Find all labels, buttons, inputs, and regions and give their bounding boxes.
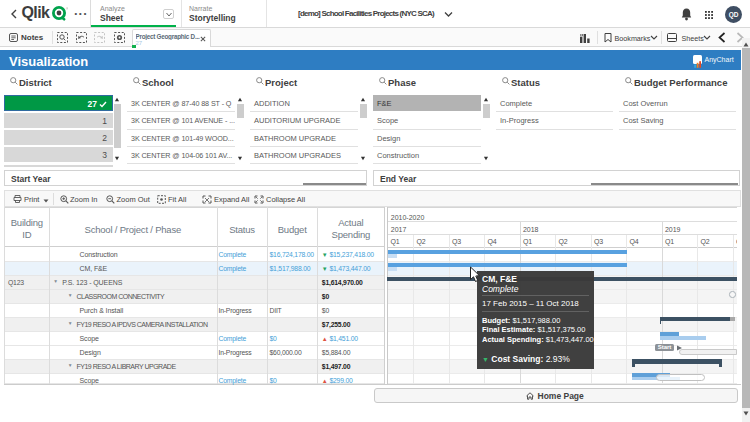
svg-text:®: ® [66, 6, 68, 11]
